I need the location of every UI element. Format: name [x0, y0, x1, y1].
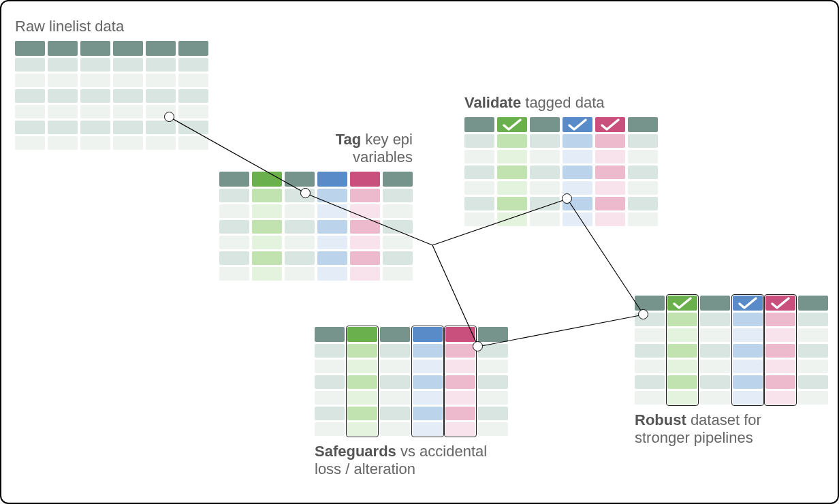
data-cell: [380, 407, 410, 420]
grid-column: [628, 117, 658, 226]
data-cell: [219, 204, 249, 218]
data-cell: [413, 375, 443, 389]
data-cell: [146, 89, 176, 103]
data-cell: [347, 360, 377, 373]
grid-tag: [219, 172, 413, 281]
label-safeguard-rest: vs accidental: [396, 443, 487, 460]
data-cell: [464, 212, 494, 226]
data-cell: [445, 375, 475, 389]
grid-column: [113, 41, 143, 150]
grid-column: [80, 41, 110, 150]
data-cell: [595, 166, 625, 179]
data-cell: [635, 391, 665, 405]
data-cell: [413, 407, 443, 420]
grid-column: [497, 117, 527, 226]
column-header: [113, 41, 143, 56]
grid-column: [315, 327, 345, 436]
data-cell: [765, 360, 795, 373]
data-cell: [478, 422, 508, 436]
data-cell: [445, 344, 475, 358]
data-cell: [48, 89, 78, 103]
data-cell: [219, 220, 249, 234]
grid-column: [48, 41, 78, 150]
column-header: [628, 117, 658, 132]
grid-column: [464, 117, 494, 226]
grid-column: [595, 117, 625, 226]
grid-column: [445, 327, 475, 436]
grid-column: [317, 172, 347, 281]
data-cell: [595, 150, 625, 163]
data-cell: [595, 197, 625, 210]
data-cell: [628, 150, 658, 163]
data-cell: [563, 166, 592, 179]
data-cell: [595, 134, 625, 148]
data-cell: [146, 136, 176, 150]
data-cell: [700, 360, 730, 373]
data-cell: [667, 328, 697, 342]
data-cell: [497, 212, 527, 226]
data-cell: [15, 58, 45, 72]
grid-column: [798, 296, 828, 405]
data-cell: [700, 328, 730, 342]
data-cell: [178, 58, 208, 72]
data-cell: [48, 58, 78, 72]
data-cell: [285, 220, 315, 234]
data-cell: [733, 328, 763, 342]
grid-column: [380, 327, 410, 436]
data-cell: [380, 375, 410, 389]
data-cell: [80, 136, 110, 150]
data-cell: [464, 166, 494, 179]
grid-column: [478, 327, 508, 436]
checkmark-icon: [765, 296, 795, 311]
label-safeguard: Safeguards vs accidental loss / alterati…: [315, 443, 508, 479]
data-cell: [113, 121, 143, 134]
column-header: [178, 41, 208, 56]
node-robust: [638, 309, 648, 319]
data-cell: [478, 360, 508, 373]
data-cell: [347, 344, 377, 358]
data-cell: [146, 74, 176, 87]
data-cell: [113, 58, 143, 72]
data-cell: [317, 220, 347, 234]
data-cell: [380, 344, 410, 358]
grid-column: [347, 327, 377, 436]
data-cell: [700, 344, 730, 358]
checkmark-icon: [733, 296, 763, 311]
column-header: [285, 172, 315, 187]
data-cell: [464, 134, 494, 148]
data-cell: [635, 360, 665, 373]
diagram-canvas: Raw linelist data Tag key epi variables …: [0, 0, 839, 504]
data-cell: [464, 150, 494, 163]
grid-column: [667, 296, 697, 405]
node-tag: [300, 188, 311, 198]
column-header: [413, 327, 443, 342]
label-robust-rest: dataset for: [686, 411, 761, 428]
data-cell: [178, 89, 208, 103]
data-cell: [317, 267, 347, 281]
label-robust: Robust dataset for stronger pipelines: [635, 411, 828, 447]
data-cell: [628, 181, 658, 195]
data-cell: [146, 58, 176, 72]
data-cell: [285, 236, 315, 249]
data-cell: [350, 236, 380, 249]
data-cell: [765, 375, 795, 389]
data-cell: [667, 391, 697, 405]
data-cell: [380, 391, 410, 405]
data-cell: [252, 236, 282, 249]
data-cell: [219, 251, 249, 265]
stage-tag: Tag key epi variables: [219, 131, 413, 281]
data-cell: [700, 391, 730, 405]
column-header: [15, 41, 45, 56]
data-cell: [635, 344, 665, 358]
data-cell: [445, 391, 475, 405]
data-cell: [497, 181, 527, 195]
column-header: [315, 327, 345, 342]
data-cell: [178, 121, 208, 134]
column-header: [798, 296, 828, 311]
node-validate: [562, 193, 572, 204]
data-cell: [798, 360, 828, 373]
data-cell: [628, 197, 658, 210]
data-cell: [635, 375, 665, 389]
data-cell: [347, 407, 377, 420]
data-cell: [563, 212, 592, 226]
